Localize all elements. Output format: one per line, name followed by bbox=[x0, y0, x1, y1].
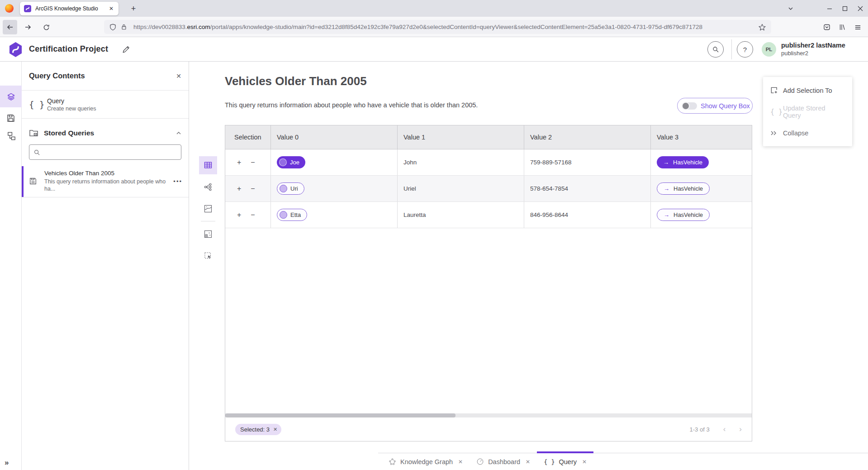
query-description: This query returns information about peo… bbox=[225, 101, 478, 109]
library-icon[interactable] bbox=[835, 20, 850, 34]
cell-value1: Lauretta bbox=[403, 211, 426, 218]
firefox-logo-icon[interactable] bbox=[5, 4, 14, 13]
user-info[interactable]: publisher2 lastName publisher2 bbox=[781, 42, 845, 57]
remove-from-selection-icon[interactable]: − bbox=[251, 158, 255, 167]
column-header-value0[interactable]: Value 0 bbox=[271, 125, 398, 149]
stored-queries-search-input[interactable] bbox=[44, 149, 177, 156]
tab-close-icon[interactable]: ✕ bbox=[108, 5, 114, 12]
add-to-selection-icon[interactable]: + bbox=[237, 211, 241, 219]
bookmark-star-icon[interactable] bbox=[759, 24, 766, 31]
remove-from-selection-icon[interactable]: − bbox=[251, 185, 255, 193]
table-row[interactable]: + − Joe John 759-889-57168 →HasVehicle bbox=[225, 149, 752, 176]
table-footer: Selected: 3 ✕ 1-3 of 3 ‹ › bbox=[225, 417, 752, 441]
map-view-button[interactable] bbox=[199, 200, 217, 218]
entity-pill[interactable]: Etta bbox=[277, 209, 307, 221]
column-header-selection[interactable]: Selection bbox=[225, 125, 271, 149]
table-header-row: Selection Value 0 Value 1 Value 2 Value … bbox=[225, 125, 752, 149]
horizontal-scrollbar[interactable] bbox=[225, 413, 752, 417]
previous-page-icon[interactable]: ‹ bbox=[723, 425, 726, 434]
new-tab-button[interactable]: + bbox=[128, 3, 139, 14]
entity-pill[interactable]: Joe bbox=[277, 156, 305, 168]
next-page-icon[interactable]: › bbox=[739, 425, 742, 434]
tab-dashboard[interactable]: Dashboard ✕ bbox=[470, 453, 537, 470]
window-maximize-button[interactable] bbox=[837, 0, 853, 17]
query-contents-panel: Query Contents ✕ { } Query Create new qu… bbox=[22, 62, 189, 470]
query-title: Vehicles Older Than 2005 bbox=[225, 74, 367, 88]
add-to-selection-icon[interactable]: + bbox=[237, 185, 241, 193]
close-tab-icon[interactable]: ✕ bbox=[582, 459, 587, 465]
collapse-section-chevron-icon[interactable] bbox=[176, 130, 181, 136]
cell-value2: 759-889-57168 bbox=[530, 159, 572, 166]
expand-rail-icon[interactable]: » bbox=[5, 458, 9, 467]
toggle-switch[interactable] bbox=[682, 102, 697, 110]
left-icon-rail: » bbox=[0, 62, 22, 470]
column-header-value1[interactable]: Value 1 bbox=[398, 125, 524, 149]
close-tab-icon[interactable]: ✕ bbox=[526, 459, 530, 465]
arcgis-knowledge-logo bbox=[9, 42, 23, 58]
project-title: Certification Project bbox=[29, 44, 108, 54]
dashboard-gauge-icon bbox=[476, 458, 484, 465]
clear-selection-icon[interactable]: ✕ bbox=[273, 427, 277, 432]
window-minimize-button[interactable] bbox=[822, 0, 837, 17]
tab-query[interactable]: { } Query ✕ bbox=[537, 453, 593, 470]
reload-button[interactable] bbox=[39, 20, 53, 34]
cell-value2: 578-654-7854 bbox=[530, 185, 568, 192]
menu-item-collapse[interactable]: Collapse bbox=[763, 122, 852, 144]
cell-value1: John bbox=[403, 159, 417, 166]
query-item-title: Query bbox=[47, 97, 96, 105]
stored-queries-section[interactable]: Stored Queries bbox=[22, 129, 189, 137]
add-to-map-button[interactable] bbox=[199, 225, 217, 243]
results-table: Selection Value 0 Value 1 Value 2 Value … bbox=[225, 125, 752, 441]
lock-icon[interactable] bbox=[121, 24, 127, 30]
stored-query-item[interactable]: Vehicles Older Than 2005 This query retu… bbox=[22, 166, 189, 197]
column-header-value3[interactable]: Value 3 bbox=[651, 125, 752, 149]
braces-icon: { } bbox=[544, 458, 555, 465]
content-tab-bar: Knowledge Graph ✕ Dashboard ✕ { } Query … bbox=[378, 453, 868, 470]
edit-title-icon[interactable] bbox=[122, 45, 130, 53]
table-view-button[interactable] bbox=[199, 156, 217, 174]
selected-count-chip[interactable]: Selected: 3 ✕ bbox=[235, 424, 281, 435]
remove-from-selection-icon[interactable]: − bbox=[251, 211, 255, 219]
entity-pill[interactable]: Uri bbox=[277, 182, 304, 195]
search-icon bbox=[33, 149, 40, 156]
select-tool-button[interactable] bbox=[199, 247, 217, 265]
link-chart-view-button[interactable] bbox=[199, 178, 217, 196]
panel-close-icon[interactable]: ✕ bbox=[176, 72, 181, 80]
stored-query-options-icon[interactable]: ••• bbox=[173, 178, 182, 185]
save-icon[interactable] bbox=[0, 107, 22, 129]
stored-folder-icon bbox=[29, 129, 38, 137]
user-avatar[interactable]: PL bbox=[762, 42, 776, 57]
show-query-box-toggle[interactable]: Show Query Box bbox=[677, 98, 753, 114]
help-button[interactable]: ? bbox=[737, 41, 753, 58]
query-item-subtitle: Create new queries bbox=[47, 106, 96, 112]
scrollbar-thumb[interactable] bbox=[225, 413, 455, 417]
new-query-item[interactable]: { } Query Create new queries bbox=[22, 91, 189, 119]
stored-queries-searchbox[interactable] bbox=[29, 144, 181, 160]
menu-item-add-selection-to[interactable]: Add Selection To bbox=[763, 80, 852, 101]
tab-title: ArcGIS Knowledge Studio bbox=[35, 5, 108, 12]
close-tab-icon[interactable]: ✕ bbox=[458, 459, 463, 465]
add-selection-icon bbox=[770, 86, 783, 94]
relationship-pill[interactable]: →HasVehicle bbox=[657, 156, 709, 168]
tracking-shield-icon[interactable] bbox=[109, 24, 116, 31]
forward-button[interactable] bbox=[21, 20, 35, 34]
header-search-button[interactable] bbox=[707, 41, 724, 58]
menu-item-update-stored-query[interactable]: { } Update Stored Query bbox=[763, 101, 852, 122]
back-button[interactable] bbox=[3, 20, 17, 34]
pocket-icon[interactable] bbox=[819, 20, 835, 34]
layers-view-button[interactable] bbox=[0, 86, 22, 107]
relationship-pill[interactable]: →HasVehicle bbox=[657, 182, 710, 195]
list-tabs-icon[interactable] bbox=[783, 0, 798, 17]
menu-hamburger-icon[interactable] bbox=[850, 20, 865, 34]
table-row[interactable]: + − Etta Lauretta 846-956-8644 →HasVehic… bbox=[225, 202, 752, 228]
tab-knowledge-graph[interactable]: Knowledge Graph ✕ bbox=[382, 453, 470, 470]
relationship-pill[interactable]: →HasVehicle bbox=[657, 209, 710, 221]
url-bar[interactable]: https://dev0028833.esri.com/portal/apps/… bbox=[104, 20, 771, 34]
column-header-value2[interactable]: Value 2 bbox=[524, 125, 651, 149]
add-to-selection-icon[interactable]: + bbox=[237, 158, 241, 167]
table-row[interactable]: + − Uri Uriel 578-654-7854 →HasVehicle bbox=[225, 176, 752, 202]
panel-title: Query Contents bbox=[29, 72, 176, 80]
url-text[interactable]: https://dev0028833.esri.com/portal/apps/… bbox=[133, 24, 755, 30]
browser-tab[interactable]: ArcGIS Knowledge Studio ✕ bbox=[20, 2, 119, 15]
window-close-button[interactable] bbox=[853, 0, 868, 17]
